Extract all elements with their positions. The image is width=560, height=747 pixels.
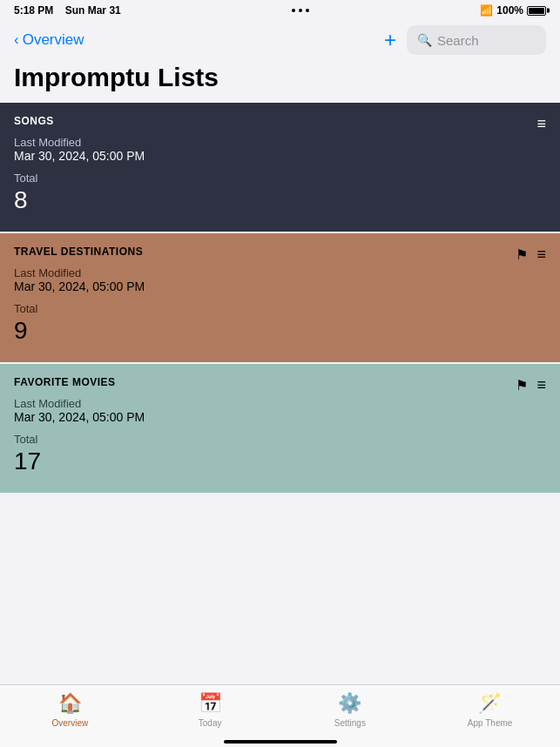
search-icon: 🔍	[417, 33, 432, 47]
search-box[interactable]: 🔍 Search	[407, 25, 546, 55]
tab-app-theme-label: App Theme	[468, 718, 513, 728]
card-date-songs: Mar 30, 2024, 05:00 PM	[14, 149, 546, 163]
list-detail-icon-songs[interactable]: ≡	[536, 115, 546, 133]
chevron-left-icon: ‹	[14, 31, 19, 49]
list-cards-container: SONGS ≡ Last Modified Mar 30, 2024, 05:0…	[0, 103, 560, 493]
total-num-movies: 17	[14, 448, 546, 475]
wifi-icon: 📶	[480, 4, 493, 17]
card-title-movies: FAVORITE MOVIES	[14, 376, 546, 388]
last-modified-label-movies: Last Modified	[14, 397, 546, 410]
back-button[interactable]: ‹ Overview	[14, 31, 84, 49]
calendar-icon: 📅	[199, 692, 222, 715]
total-num-songs: 8	[14, 186, 546, 214]
page-title: Impromptu Lists	[14, 63, 546, 92]
nav-actions: + 🔍 Search	[384, 25, 546, 55]
battery-fill	[529, 8, 544, 14]
tab-indicator	[224, 740, 337, 744]
home-icon: 🏠	[58, 692, 82, 715]
list-item[interactable]: SONGS ≡ Last Modified Mar 30, 2024, 05:0…	[0, 103, 560, 232]
card-date-travel: Mar 30, 2024, 05:00 PM	[14, 279, 546, 293]
last-modified-label-travel: Last Modified	[14, 266, 546, 279]
card-title-songs: SONGS	[14, 115, 546, 127]
dot1	[292, 9, 295, 12]
total-label-travel: Total	[14, 302, 546, 315]
search-placeholder: Search	[437, 33, 479, 48]
tab-today[interactable]: 📅 Today	[140, 692, 280, 728]
nav-bar: ‹ Overview + 🔍 Search	[0, 21, 560, 59]
page-title-area: Impromptu Lists	[0, 59, 560, 103]
status-time-date: 5:18 PM Sun Mar 31	[14, 4, 121, 17]
card-icons-travel: ⚑ ≡	[516, 246, 546, 264]
dot2	[299, 9, 302, 12]
card-icons-songs: ≡	[536, 115, 546, 133]
dot3	[306, 9, 309, 12]
tab-app-theme[interactable]: 🪄 App Theme	[420, 692, 560, 728]
tab-bar: 🏠 Overview 📅 Today ⚙️ Settings 🪄 App The…	[0, 684, 560, 747]
theme-icon: 🪄	[478, 692, 502, 715]
add-list-button[interactable]: +	[384, 28, 396, 52]
total-label-movies: Total	[14, 433, 546, 446]
flag-icon-travel[interactable]: ⚑	[516, 246, 528, 263]
tab-overview-label: Overview	[52, 718, 89, 728]
list-detail-icon-travel[interactable]: ≡	[536, 246, 546, 264]
tab-overview[interactable]: 🏠 Overview	[0, 692, 140, 728]
tab-today-label: Today	[199, 718, 222, 728]
last-modified-label-songs: Last Modified	[14, 136, 546, 149]
card-date-movies: Mar 30, 2024, 05:00 PM	[14, 410, 546, 424]
card-icons-movies: ⚑ ≡	[516, 376, 546, 394]
status-center	[292, 9, 309, 12]
back-label: Overview	[23, 31, 84, 49]
list-item[interactable]: FAVORITE MOVIES ⚑ ≡ Last Modified Mar 30…	[0, 364, 560, 493]
flag-icon-movies[interactable]: ⚑	[516, 377, 528, 394]
total-num-travel: 9	[14, 317, 546, 345]
card-title-travel: TRAVEL DESTINATIONS	[14, 246, 546, 258]
list-item[interactable]: TRAVEL DESTINATIONS ⚑ ≡ Last Modified Ma…	[0, 233, 560, 362]
battery-icon	[527, 6, 546, 16]
gear-icon: ⚙️	[338, 692, 361, 715]
total-label-songs: Total	[14, 172, 546, 185]
list-detail-icon-movies[interactable]: ≡	[536, 376, 546, 394]
tab-settings-label: Settings	[334, 718, 366, 728]
status-bar: 5:18 PM Sun Mar 31 📶 100%	[0, 0, 560, 21]
status-right: 📶 100%	[480, 4, 546, 17]
tab-settings[interactable]: ⚙️ Settings	[280, 692, 421, 728]
